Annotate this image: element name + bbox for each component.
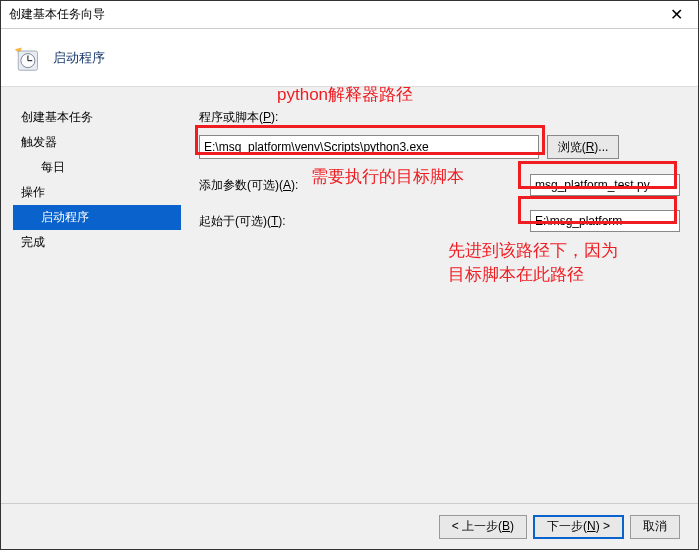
annotation-interpreter: python解释器路径 — [277, 83, 413, 106]
startin-label: 起始于(可选)(T): — [199, 213, 329, 230]
sidebar-item-daily[interactable]: 每日 — [13, 155, 181, 180]
annotation-path-note-l2: 目标脚本在此路径 — [448, 263, 584, 286]
wizard-window: 创建基本任务向导 ✕ 启动程序 创建基本任务 触发器 每日 操作 启动程序 完成… — [0, 0, 699, 550]
clock-icon — [13, 44, 41, 72]
sidebar-item-start-program[interactable]: 启动程序 — [13, 205, 181, 230]
close-icon[interactable]: ✕ — [654, 1, 698, 29]
back-button[interactable]: < 上一步(B) — [439, 515, 527, 539]
sidebar-item-finish[interactable]: 完成 — [13, 230, 181, 255]
wizard-body: 创建基本任务 触发器 每日 操作 启动程序 完成 程序或脚本(P): 浏览(R)… — [1, 87, 698, 503]
window-title: 创建基本任务向导 — [9, 6, 105, 23]
content-area: 程序或脚本(P): 浏览(R)... 添加参数(可选)(A): 起始于(可选)(… — [181, 87, 698, 503]
script-label: 程序或脚本(P): — [199, 109, 309, 126]
sidebar: 创建基本任务 触发器 每日 操作 启动程序 完成 — [1, 87, 181, 503]
args-label: 添加参数(可选)(A): — [199, 177, 329, 194]
sidebar-item-action[interactable]: 操作 — [13, 180, 181, 205]
next-button[interactable]: 下一步(N) > — [533, 515, 624, 539]
header: 启动程序 — [1, 29, 698, 87]
args-input[interactable] — [530, 174, 680, 196]
startin-input[interactable] — [530, 210, 680, 232]
browse-button[interactable]: 浏览(R)... — [547, 135, 619, 159]
page-title: 启动程序 — [53, 49, 105, 67]
cancel-button[interactable]: 取消 — [630, 515, 680, 539]
sidebar-item-create-task[interactable]: 创建基本任务 — [13, 105, 181, 130]
sidebar-item-trigger[interactable]: 触发器 — [13, 130, 181, 155]
footer: < 上一步(B) 下一步(N) > 取消 — [1, 503, 698, 549]
annotation-path-note-l1: 先进到该路径下，因为 — [448, 239, 618, 262]
script-input[interactable] — [199, 135, 539, 159]
titlebar: 创建基本任务向导 ✕ — [1, 1, 698, 29]
